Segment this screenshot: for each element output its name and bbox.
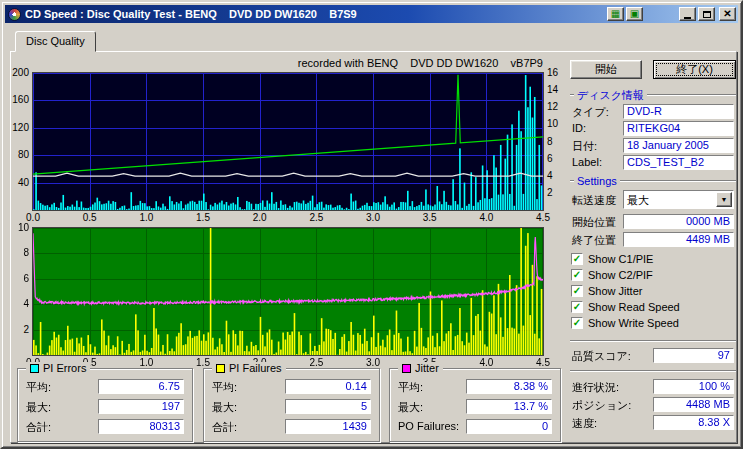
jitter-average-value: 8.38 % <box>466 379 552 394</box>
disc-id-row: ID: RITEKG04 <box>570 121 736 136</box>
axis-tick-label: 6 <box>547 153 569 165</box>
disc-glyph: ▣ <box>630 9 639 19</box>
axis-tick-label: 4 <box>547 170 569 182</box>
divider <box>647 94 736 96</box>
pi-errors-average-value: 6.75 <box>98 379 184 394</box>
pi-errors-total-value: 80313 <box>98 419 184 434</box>
grid-glyph: ▦ <box>611 9 620 19</box>
axis-tick-label: 1.0 <box>131 212 161 224</box>
divider <box>570 94 574 96</box>
disc-label-row: Label: CDS_TEST_B2 <box>570 155 736 170</box>
axis-tick-label: 10 <box>3 222 29 234</box>
divider <box>570 180 574 182</box>
jitter-swatch <box>402 364 411 373</box>
stat-row: 最大: 5 <box>212 399 371 414</box>
stat-row: 平均: 8.38 % <box>398 379 552 394</box>
disc-date-value: 18 January 2005 <box>623 138 734 153</box>
app-icon <box>8 8 21 21</box>
disc-info-title: ディスク情報 <box>577 88 644 103</box>
disc-date-label: 日付: <box>572 139 597 154</box>
minimize-button[interactable] <box>679 7 696 21</box>
speed-row: 速度: 8.38 X <box>570 415 736 430</box>
checkbox-show-c1-pie[interactable]: ✓ Show C1/PIE <box>571 252 653 266</box>
pi-failures-average-value: 0.14 <box>285 379 371 394</box>
close-button[interactable]: ✕ <box>719 7 736 21</box>
position-label: ポジション: <box>572 398 631 413</box>
checkbox-label: Show Read Speed <box>588 301 680 313</box>
window-title: CD Speed : Disc Quality Test - BENQ DVD … <box>25 8 607 20</box>
tab-disc-quality[interactable]: Disc Quality <box>15 31 96 52</box>
quality-score-label: 品質スコア: <box>572 349 631 364</box>
average-label: 平均: <box>26 380 51 395</box>
checkbox-show-jitter[interactable]: ✓ Show Jitter <box>571 284 642 298</box>
pi-errors-swatch <box>30 364 39 373</box>
green-disc-icon[interactable]: ▣ <box>626 7 643 21</box>
stat-row: 最大: 13.7 % <box>398 399 552 414</box>
pi-errors-stats-group: PI Errors 平均: 6.75 最大: 197 合計: 80313 <box>17 368 193 442</box>
checkbox-label: Show C2/PIF <box>588 269 653 281</box>
axis-tick-label: 8 <box>547 136 569 148</box>
pi-failures-legend-label: PI Failures <box>229 362 282 374</box>
checkbox-icon[interactable]: ✓ <box>571 301 583 313</box>
axis-tick-label: 4.0 <box>471 212 501 224</box>
axis-tick-label: 160 <box>3 94 29 106</box>
disc-id-value: RITEKG04 <box>623 121 734 136</box>
green-chart-icon[interactable]: ▦ <box>607 7 624 21</box>
dropdown-arrow-button[interactable]: ▼ <box>716 192 732 207</box>
axis-tick-label: 8 <box>3 247 29 259</box>
titlebar-buttons: ▦ ▣ ✕ <box>607 7 736 21</box>
maximize-icon <box>703 11 711 18</box>
checkbox-icon[interactable]: ✓ <box>571 285 583 297</box>
jitter-stats-group: Jitter 平均: 8.38 % 最大: 13.7 % PO Failures… <box>389 368 561 442</box>
po-failures-label: PO Failures: <box>398 420 459 432</box>
checkbox-icon[interactable]: ✓ <box>571 269 583 281</box>
end-position-value: 4489 MB <box>623 232 734 247</box>
pi-failures-maximum-value: 5 <box>285 399 371 414</box>
speed-value: 8.38 X <box>653 415 734 430</box>
axis-tick-label: 80 <box>3 149 29 161</box>
pi-errors-legend-label: PI Errors <box>43 362 86 374</box>
axis-tick-label: 3.5 <box>415 212 445 224</box>
checkbox-label: Show Jitter <box>588 285 642 297</box>
maximum-label: 最大: <box>212 400 237 415</box>
jitter-legend-label: Jitter <box>415 362 439 374</box>
axis-tick-label: 3.0 <box>358 212 388 224</box>
disc-id-label: ID: <box>572 122 586 134</box>
disc-date-row: 日付: 18 January 2005 <box>570 138 736 153</box>
maximize-button[interactable] <box>698 7 715 21</box>
end-position-label: 終了位置 <box>572 233 616 248</box>
end-position-row: 終了位置 4489 MB <box>570 232 736 247</box>
divider <box>570 340 736 342</box>
pi-failures-stats-group: PI Failures 平均: 0.14 最大: 5 合計: 1439 <box>203 368 380 442</box>
titlebar[interactable]: CD Speed : Disc Quality Test - BENQ DVD … <box>5 5 738 23</box>
axis-tick-label: 12 <box>547 101 569 113</box>
progress-label: 進行状況: <box>572 380 619 395</box>
speed-label: 速度: <box>572 416 597 431</box>
stat-row: 合計: 80313 <box>26 419 184 434</box>
checkbox-icon[interactable]: ✓ <box>571 317 583 329</box>
checkbox-show-c2-pif[interactable]: ✓ Show C2/PIF <box>571 268 653 282</box>
checkbox-show-write-speed[interactable]: ✓ Show Write Speed <box>571 316 679 330</box>
checkbox-label: Show Write Speed <box>588 317 679 329</box>
maximum-label: 最大: <box>398 400 423 415</box>
progress-row: 進行状況: 100 % <box>570 379 736 394</box>
checkbox-show-read-speed[interactable]: ✓ Show Read Speed <box>571 300 680 314</box>
jitter-chart-area: 2468100.00.51.01.52.02.53.03.54.04.5 <box>32 227 544 356</box>
maximum-label: 最大: <box>26 400 51 415</box>
stat-row: 平均: 6.75 <box>26 379 184 394</box>
position-row: ポジション: 4488 MB <box>570 397 736 412</box>
start-button[interactable]: 開始 <box>570 60 642 79</box>
tab-page: recorded with BENQ DVD DD DW1620 vB7P9 4… <box>10 51 737 443</box>
axis-tick-label: 14 <box>547 84 569 96</box>
transfer-speed-combobox[interactable]: 最大 ▼ <box>623 190 734 209</box>
stat-row: 平均: 0.14 <box>212 379 371 394</box>
checkbox-label: Show C1/PIE <box>588 253 653 265</box>
settings-title: Settings <box>577 175 617 187</box>
exit-button[interactable]: 終了(X) <box>653 60 736 79</box>
right-panel: 開始 終了(X) ディスク情報 タイプ: DVD-R ID: RITEKG04 … <box>568 52 736 442</box>
app-window: CD Speed : Disc Quality Test - BENQ DVD … <box>0 0 743 449</box>
transfer-speed-label: 転送速度 <box>572 193 616 208</box>
quality-score-row: 品質スコア: 97 <box>570 348 736 363</box>
checkbox-icon[interactable]: ✓ <box>571 253 583 265</box>
stat-row: 最大: 197 <box>26 399 184 414</box>
